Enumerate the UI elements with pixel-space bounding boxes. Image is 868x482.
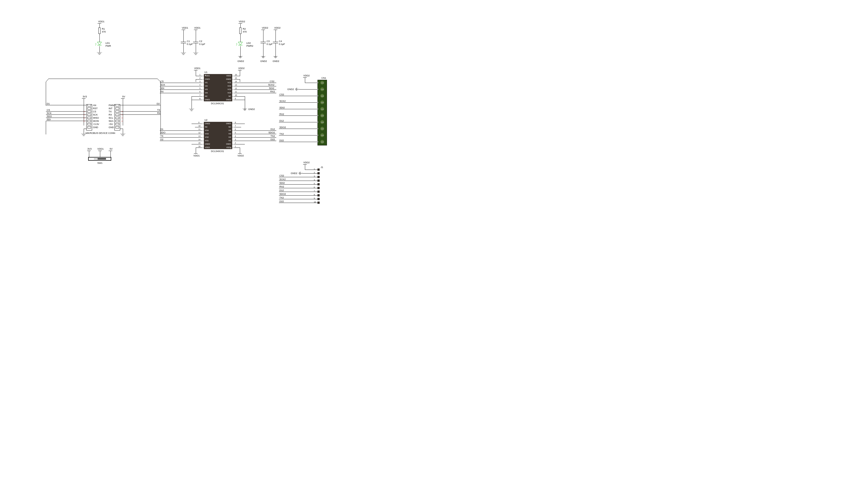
arrow-icon: ← (83, 119, 86, 122)
arrow-icon: ↔ (121, 119, 123, 122)
net-vdd1-r1: VDD1 (98, 20, 104, 23)
net-gnd2-c4: GND2 (273, 60, 279, 62)
c3-val: 0.1µF (267, 43, 273, 46)
net-vdd2-c3: VDD2 (262, 27, 268, 29)
svg-marker-0 (97, 42, 101, 45)
led-ld2 (236, 41, 245, 47)
arrow-icon: ← (83, 113, 86, 116)
j1-gnd2-sym (299, 172, 303, 175)
schematic-canvas: VDD1 R1 470 LD1 PWR VDD1 VDD1 C1 0.1µF C… (0, 0, 394, 215)
sw1-ref: SW1 (97, 162, 102, 164)
cn1-gnd2-sym (295, 88, 300, 91)
r2-val: 470 (243, 30, 247, 33)
u2-net-sdo2: SDO2 (269, 131, 275, 134)
net-vdd1-c2: VDD1 (194, 27, 200, 29)
c4-ref: C4 (279, 40, 282, 42)
switch-sw1 (88, 157, 111, 161)
arrow-icon: → (83, 116, 86, 119)
u1-vdd1-label: VDD1 (194, 67, 200, 69)
net-vdd2-c4: VDD2 (274, 27, 280, 29)
j1-ref: J1 (321, 166, 323, 169)
u1-net-cs2: CS2 (270, 80, 275, 83)
sw1-5v: 5V (110, 148, 113, 150)
cn1-ref: CN1 (321, 77, 326, 79)
svg-line-16 (236, 44, 237, 46)
u2-net-tx2: TX2 (271, 135, 275, 137)
j1-vdd2: VDD2 (303, 161, 310, 164)
mb-gnd-right (120, 133, 125, 137)
u1-gnd2-label: GND2 (248, 108, 255, 111)
r1-val: 470 (102, 30, 106, 33)
sw1-3v3: 3V3 (87, 148, 92, 150)
svg-marker-13 (238, 42, 243, 45)
cn1-vdd2: VDD2 (303, 74, 310, 77)
gnd-symbol (97, 52, 102, 56)
u2-net-d12: D12 (271, 128, 275, 130)
u2-vdd2-label: VDD2 (238, 154, 244, 157)
r2-ref: R2 (243, 28, 246, 30)
ld1-ref: LD1 (105, 42, 110, 44)
c3-ref: C3 (267, 40, 270, 42)
gnd-c2 (193, 53, 198, 56)
c2-val: 0.1µF (199, 43, 205, 46)
c1-val: 0.1µF (187, 43, 193, 46)
sw1-vdd1: VDD1 (97, 148, 104, 150)
u1-part: DCL540C01 (211, 102, 224, 105)
u2-vdd1-label: VDD1 (193, 154, 200, 157)
u1-net-sck2: SCK2 (268, 84, 275, 86)
ld1-name: PWR (105, 44, 111, 47)
u1-net-sdi2: SDI2 (269, 87, 274, 90)
c2-ref: C2 (199, 40, 202, 42)
arrow-icon: → (121, 110, 123, 113)
bus-outline (44, 78, 162, 136)
net-gnd2-ld2: GND2 (238, 60, 244, 62)
c1-ref: C1 (187, 40, 190, 42)
led-ld1 (95, 41, 104, 47)
gnd2-c3 (261, 56, 266, 59)
arrow-icon: ← (83, 110, 86, 113)
gnd-c1 (181, 53, 186, 56)
c4-val: 0.1µF (279, 43, 285, 46)
u1-ref: U1 (205, 71, 208, 73)
net-gnd2-c3: GND2 (260, 60, 267, 62)
ld2-ref: LD2 (246, 42, 251, 44)
gnd2-c4 (273, 56, 278, 59)
cn1-gnd2: GND2 (287, 88, 294, 91)
gnd2-ld2 (238, 56, 243, 59)
u1-vdd2-label: VDD2 (238, 67, 245, 69)
j1-gnd2: GND2 (291, 172, 297, 175)
resistor-r1 (98, 28, 100, 34)
arrow-icon: ↔ (121, 116, 123, 119)
u2-net-d2: D2 (160, 138, 163, 141)
u2-part: DCL540C01 (211, 150, 224, 153)
u1-gnd2 (243, 109, 247, 112)
svg-line-3 (95, 44, 96, 46)
u2-net-d22: D22 (271, 138, 275, 141)
net-vdd2-r2: VDD2 (239, 20, 245, 23)
u1-net-rx2: RX2 (270, 90, 275, 93)
u1-gnd1 (189, 109, 194, 112)
r1-ref: R1 (102, 28, 105, 30)
net-vdd1-c1: VDD1 (182, 27, 188, 29)
arrow-icon: ← (121, 113, 123, 116)
u2-ref: U2 (205, 119, 208, 121)
ld2-name: PWR2 (246, 44, 253, 47)
resistor-r2 (239, 28, 241, 34)
mb-gnd-left (81, 133, 86, 137)
